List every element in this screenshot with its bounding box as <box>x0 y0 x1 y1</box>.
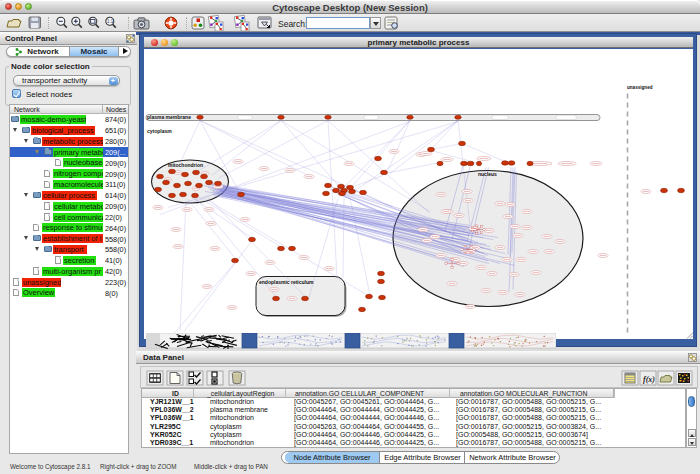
svg-text:endoplasmic reticulum: endoplasmic reticulum <box>259 279 314 285</box>
svg-text:unassigned: unassigned <box>627 85 653 90</box>
svg-text:f(x): f(x) <box>643 375 655 384</box>
svg-text:mitochondrion: mitochondrion <box>168 162 203 168</box>
svg-text:1:1: 1:1 <box>107 19 114 24</box>
svg-text:cytoplasm: cytoplasm <box>147 128 172 134</box>
svg-text:plasma membrane: plasma membrane <box>147 114 191 120</box>
svg-text:nucleus: nucleus <box>478 171 497 177</box>
